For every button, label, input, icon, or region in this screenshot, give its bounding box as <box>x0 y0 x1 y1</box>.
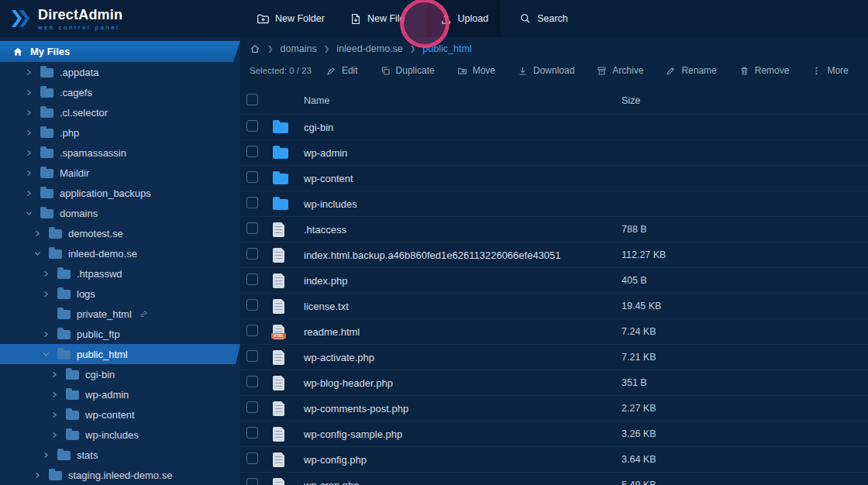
row-checkbox[interactable] <box>246 427 258 439</box>
row-checkbox[interactable] <box>246 401 258 413</box>
chevron-icon[interactable] <box>49 429 60 440</box>
tree-item[interactable]: .php <box>0 122 240 143</box>
chevron-icon[interactable] <box>40 288 51 299</box>
chevron-icon[interactable] <box>23 107 34 118</box>
download-button[interactable]: Download <box>518 65 574 76</box>
edit-button[interactable]: Edit <box>326 65 358 76</box>
row-checkbox[interactable] <box>246 197 258 208</box>
folder-icon <box>40 149 53 158</box>
tree-item[interactable]: application_backups <box>0 183 240 203</box>
row-checkbox[interactable] <box>246 222 258 234</box>
table-row[interactable]: wp-blog-header.php 351 B <box>240 370 868 396</box>
app-subtitle: web control panel <box>38 25 122 30</box>
chevron-icon[interactable] <box>23 147 34 158</box>
chevron-icon[interactable] <box>32 248 43 259</box>
chevron-icon[interactable] <box>49 369 60 380</box>
table-row[interactable]: index.html.backup.a46b860fed1e6261132260… <box>240 242 868 268</box>
search-icon <box>519 12 532 25</box>
breadcrumb-item-domain[interactable]: inleed-demo.se <box>336 43 402 54</box>
new-file-button[interactable]: New File <box>337 0 418 37</box>
table-row[interactable]: wp-config-sample.php 3.26 KB <box>240 421 868 447</box>
tree-item[interactable]: inleed-demo.se <box>0 243 240 263</box>
more-button[interactable]: More <box>811 65 848 76</box>
table-row[interactable]: wp-config.php 3.64 KB <box>240 447 868 473</box>
select-all-checkbox[interactable] <box>246 94 258 105</box>
tree-item[interactable]: .spamassassin <box>0 143 240 163</box>
table-row[interactable]: HTML readme.html 7.24 KB <box>240 319 868 345</box>
chevron-icon[interactable] <box>40 349 51 359</box>
file-icon <box>273 350 284 365</box>
tree-item[interactable]: cgi-bin <box>0 364 240 384</box>
tree-item[interactable]: staging.inleed-demo.se <box>0 465 240 485</box>
sidebar-item-my-files[interactable]: My Files <box>0 41 240 62</box>
tree-item-label: cgi-bin <box>85 369 115 380</box>
chevron-icon[interactable] <box>49 409 60 420</box>
duplicate-button[interactable]: Duplicate <box>381 65 435 76</box>
row-checkbox[interactable] <box>246 273 258 285</box>
chevron-icon[interactable] <box>40 328 51 339</box>
remove-button[interactable]: Remove <box>739 65 790 76</box>
tree-item[interactable]: public_html <box>0 344 240 364</box>
tree-item[interactable]: demotest.se <box>0 223 240 243</box>
tree-item[interactable]: public_ftp <box>0 324 240 344</box>
tree-item[interactable]: .cl.selector <box>0 102 240 122</box>
upload-button[interactable]: Upload <box>427 0 501 37</box>
chevron-icon[interactable] <box>49 389 60 400</box>
chevron-separator-icon: ❯ <box>267 45 274 53</box>
table-row[interactable]: index.php 405 B <box>240 268 868 294</box>
chevron-icon[interactable] <box>23 87 34 98</box>
chevron-icon[interactable] <box>23 127 34 138</box>
column-header-name[interactable]: Name <box>304 95 622 106</box>
move-button[interactable]: Move <box>457 65 495 76</box>
search-button[interactable]: Search <box>507 0 580 37</box>
new-folder-button[interactable]: New Folder <box>244 0 337 37</box>
archive-button[interactable]: Archive <box>597 65 643 76</box>
row-checkbox[interactable] <box>246 452 258 464</box>
breadcrumb-item-current[interactable]: public_html <box>422 43 471 54</box>
tree-item[interactable]: stats <box>0 445 240 465</box>
row-checkbox[interactable] <box>246 248 258 260</box>
row-checkbox[interactable] <box>246 146 258 157</box>
table-header: Name Size <box>240 87 868 115</box>
table-row[interactable]: wp-activate.php 7.21 KB <box>240 345 868 370</box>
rename-button[interactable]: Rename <box>666 65 716 76</box>
tree-item[interactable]: wp-content <box>0 404 240 425</box>
tree-item[interactable]: Maildir <box>0 163 240 183</box>
chevron-icon[interactable] <box>32 228 43 239</box>
tree-item[interactable]: .cagefs <box>0 82 240 102</box>
table-row[interactable]: wp-comments-post.php 2.27 KB <box>240 396 868 421</box>
tree-item[interactable]: logs <box>0 284 240 304</box>
chevron-icon[interactable] <box>23 187 34 198</box>
table-row[interactable]: wp-cron.php 5.49 KB <box>240 473 868 485</box>
row-checkbox[interactable] <box>246 478 258 485</box>
table-row[interactable]: .htaccess 788 B <box>240 217 868 242</box>
breadcrumb-item-domains[interactable]: domains <box>281 43 317 54</box>
chevron-icon[interactable] <box>32 470 43 480</box>
tree-item[interactable]: wp-includes <box>0 425 240 445</box>
row-checkbox[interactable] <box>246 376 258 387</box>
new-folder-label: New Folder <box>275 13 325 24</box>
chevron-icon[interactable] <box>40 268 51 279</box>
row-checkbox[interactable] <box>246 299 258 311</box>
tree-item[interactable]: .htpasswd <box>0 263 240 284</box>
chevron-icon[interactable] <box>40 449 51 460</box>
table-row[interactable]: cgi-bin <box>240 115 868 140</box>
table-row[interactable]: wp-admin <box>240 140 868 166</box>
folder-icon <box>40 169 53 178</box>
tree-item[interactable]: private_html <box>0 304 240 324</box>
chevron-icon[interactable] <box>23 167 34 178</box>
tree-item[interactable]: domains <box>0 203 240 223</box>
row-checkbox[interactable] <box>246 350 258 362</box>
row-checkbox[interactable] <box>246 120 258 132</box>
table-row[interactable]: license.txt 19.45 KB <box>240 294 868 319</box>
table-row[interactable]: wp-content <box>240 166 868 191</box>
row-checkbox[interactable] <box>246 171 258 183</box>
table-row[interactable]: wp-includes <box>240 191 868 217</box>
tree-item[interactable]: wp-admin <box>0 384 240 404</box>
chevron-icon[interactable] <box>23 67 34 77</box>
breadcrumb-home-icon[interactable] <box>250 43 260 54</box>
tree-item[interactable]: .appdata <box>0 62 240 82</box>
row-checkbox[interactable] <box>246 325 258 336</box>
chevron-icon[interactable] <box>23 208 34 218</box>
column-header-size[interactable]: Size <box>622 95 868 106</box>
